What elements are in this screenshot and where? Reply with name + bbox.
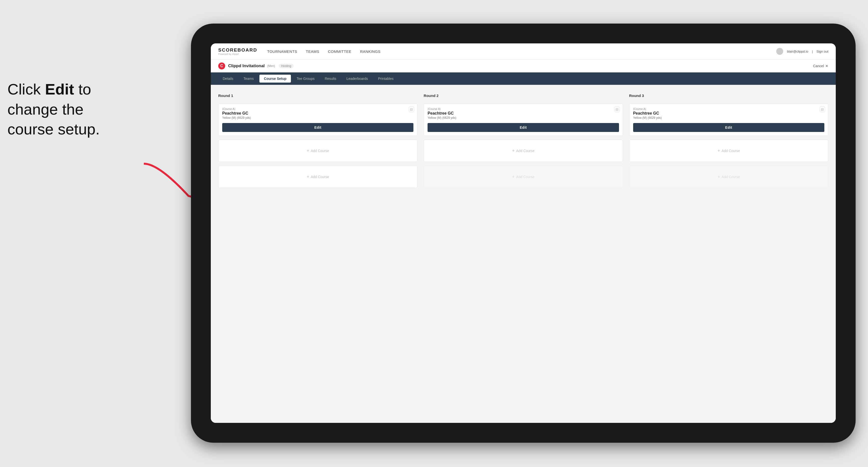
hosting-badge: Hosting [279, 64, 294, 68]
tab-leaderboards[interactable]: Leaderboards [342, 75, 372, 83]
round-2-column: Round 2 ⊟ (Course A) Peachtree GC Yellow… [424, 93, 623, 188]
round-1-add-plus-1: + [307, 148, 309, 154]
round-3-course-name: Peachtree GC [633, 111, 824, 116]
nav-rankings[interactable]: RANKINGS [360, 49, 380, 54]
round-3-course-details: Yellow (M) (6629 yds) [633, 116, 824, 120]
tab-details[interactable]: Details [218, 75, 238, 83]
logo-main: SCOREBOARD [218, 48, 257, 53]
round-3-course-card: ⊟ (Course A) Peachtree GC Yellow (M) (66… [629, 103, 828, 136]
tournament-gender: (Men) [267, 64, 275, 68]
round-1-course-details: Yellow (M) (6629 yds) [222, 116, 413, 120]
nav-pipe: | [812, 50, 813, 53]
round-2-add-plus-1: + [512, 148, 515, 154]
tab-bar: Details Teams Course Setup Tee Groups Re… [211, 72, 836, 85]
cancel-label: Cancel [813, 64, 824, 68]
user-email: blair@clippd.io [787, 50, 808, 53]
tab-results[interactable]: Results [320, 75, 341, 83]
top-nav: SCOREBOARD Powered by clippd TOURNAMENTS… [211, 43, 836, 60]
round-2-add-plus-2: + [512, 174, 515, 180]
cancel-button[interactable]: Cancel ✕ [813, 64, 828, 68]
nav-right: blair@clippd.io | Sign out [776, 48, 828, 55]
round-3-add-course-1[interactable]: + Add Course [629, 139, 828, 162]
nav-tournaments[interactable]: TOURNAMENTS [267, 49, 297, 54]
rounds-container: Round 1 ⊟ (Course A) Peachtree GC Yellow… [218, 93, 828, 188]
round-2-edit-button[interactable]: Edit [428, 123, 619, 132]
round-2-course-name: Peachtree GC [428, 111, 619, 116]
scoreboard-logo: SCOREBOARD Powered by clippd [218, 48, 257, 55]
cancel-close-icon: ✕ [825, 64, 828, 68]
round-3-add-label-1: Add Course [722, 149, 740, 153]
round-3-add-plus-2: + [717, 174, 720, 180]
tab-course-setup[interactable]: Course Setup [259, 75, 291, 83]
round-3-delete-icon[interactable]: ⊟ [819, 107, 825, 112]
nav-teams[interactable]: TEAMS [306, 49, 319, 54]
round-1-add-course-2[interactable]: + Add Course [218, 166, 417, 188]
tablet-screen: SCOREBOARD Powered by clippd TOURNAMENTS… [211, 43, 836, 423]
bold-edit: Edit [45, 81, 74, 98]
sub-header: C Clippd Invitational (Men) Hosting Canc… [211, 60, 836, 72]
round-2-delete-icon[interactable]: ⊟ [614, 107, 620, 112]
round-1-course-label: (Course A) [222, 107, 413, 111]
round-1-add-label-1: Add Course [311, 149, 329, 153]
round-3-add-course-2: + Add Course [629, 166, 828, 188]
round-1-course-card: ⊟ (Course A) Peachtree GC Yellow (M) (66… [218, 103, 417, 136]
round-1-column: Round 1 ⊟ (Course A) Peachtree GC Yellow… [218, 93, 417, 188]
round-3-course-label: (Course A) [633, 107, 824, 111]
round-3-add-plus-1: + [717, 148, 720, 154]
tablet-frame: SCOREBOARD Powered by clippd TOURNAMENTS… [191, 24, 856, 443]
main-content: Round 1 ⊟ (Course A) Peachtree GC Yellow… [211, 85, 836, 423]
tab-teams[interactable]: Teams [239, 75, 258, 83]
round-2-title: Round 2 [424, 93, 623, 98]
round-1-add-course-1[interactable]: + Add Course [218, 139, 417, 162]
nav-committee[interactable]: COMMITTEE [328, 49, 351, 54]
tab-tee-groups[interactable]: Tee Groups [292, 75, 319, 83]
round-3-edit-button[interactable]: Edit [633, 123, 824, 132]
user-avatar [776, 48, 783, 55]
round-2-course-card: ⊟ (Course A) Peachtree GC Yellow (M) (66… [424, 103, 623, 136]
round-1-add-plus-2: + [307, 174, 309, 180]
round-3-column: Round 3 ⊟ (Course A) Peachtree GC Yellow… [629, 93, 828, 188]
round-2-add-course-1[interactable]: + Add Course [424, 139, 623, 162]
round-2-course-details: Yellow (M) (6629 yds) [428, 116, 619, 120]
round-1-edit-button[interactable]: Edit [222, 123, 413, 132]
round-2-add-course-2: + Add Course [424, 166, 623, 188]
round-2-course-label: (Course A) [428, 107, 619, 111]
round-1-course-name: Peachtree GC [222, 111, 413, 116]
tab-printables[interactable]: Printables [374, 75, 398, 83]
tournament-name: Clippd Invitational [228, 63, 265, 68]
clippd-icon: C [218, 62, 225, 69]
round-1-add-label-2: Add Course [311, 175, 329, 179]
round-1-title: Round 1 [218, 93, 417, 98]
round-2-add-label-1: Add Course [516, 149, 534, 153]
nav-links: TOURNAMENTS TEAMS COMMITTEE RANKINGS [267, 49, 776, 54]
round-3-title: Round 3 [629, 93, 828, 98]
round-3-add-label-2: Add Course [722, 175, 740, 179]
instruction-text: Click Edit to change the course setup. [7, 80, 100, 139]
round-2-add-label-2: Add Course [516, 175, 534, 179]
logo-sub: Powered by clippd [218, 53, 257, 55]
sign-out-link[interactable]: Sign out [816, 50, 828, 53]
round-1-delete-icon[interactable]: ⊟ [409, 107, 414, 112]
